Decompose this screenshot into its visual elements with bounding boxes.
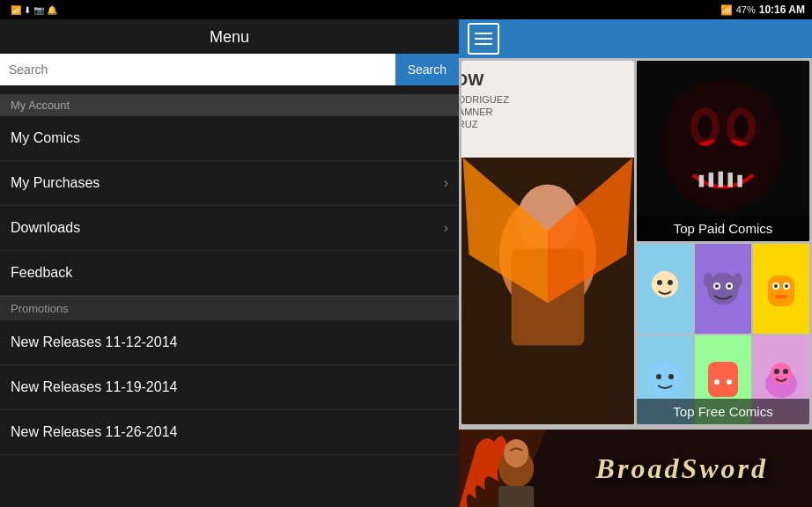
hamburger-line [475,43,492,45]
menu-item-new-releases-3[interactable]: New Releases 11-26-2014 [0,410,459,455]
svg-point-38 [656,374,661,379]
svg-point-30 [734,273,742,287]
idw-comics-tile[interactable]: IDW RODRIGUEZ HAMNER CRUZ [461,61,634,424]
svg-text:CRUZ: CRUZ [461,119,478,129]
svg-point-28 [727,284,731,288]
svg-point-29 [704,273,712,287]
svg-rect-36 [775,295,787,298]
banner-text: BroadSword [596,452,768,485]
svg-rect-62 [498,486,534,507]
svg-rect-7 [709,173,713,187]
new-releases-2-label: New Releases 11-19-2014 [11,379,177,395]
svg-rect-31 [768,276,794,306]
hamburger-line [475,38,492,40]
svg-rect-6 [699,175,704,187]
svg-point-45 [774,369,779,374]
search-bar: Search [0,54,459,85]
right-panel: Top Paid Comics IDW RODRIGUEZ HAMNER CRU… [459,19,812,507]
battery-percentage: 47% [736,4,756,15]
menu-item-downloads[interactable]: Downloads › [0,206,459,251]
feedback-label: Feedback [11,265,72,281]
my-purchases-label: My Purchases [11,175,100,191]
svg-point-23 [668,280,673,285]
top-bar [459,19,812,58]
top-paid-comics-tile[interactable]: Top Paid Comics [637,61,809,241]
svg-point-34 [774,284,778,288]
menu-item-my-purchases[interactable]: My Purchases › [0,161,459,206]
svg-point-27 [715,284,719,288]
menu-item-new-releases-2[interactable]: New Releases 11-19-2014 [0,365,459,410]
downloads-label: Downloads [11,220,80,236]
menu-title: Menu [0,19,459,54]
search-button[interactable]: Search [395,54,459,85]
svg-point-22 [657,280,662,285]
chevron-right-icon: › [444,175,448,191]
top-free-comics-tile[interactable]: Top Free Comics [637,244,809,424]
svg-rect-9 [727,173,732,187]
system-status-icons: 📶 47% 10:16 AM [720,4,805,16]
menu-item-my-comics[interactable]: My Comics [0,116,459,161]
menu-item-feedback[interactable]: Feedback [0,251,459,296]
my-comics-label: My Comics [11,130,80,146]
main-area: Menu Search My Account My Comics My Purc… [0,19,812,507]
menu-item-new-releases-1[interactable]: New Releases 11-12-2014 [0,320,459,365]
svg-point-61 [504,439,528,467]
my-account-header: My Account [0,94,459,116]
hamburger-menu-button[interactable] [468,23,499,55]
new-releases-1-label: New Releases 11-12-2014 [11,334,177,350]
svg-point-46 [783,369,788,374]
new-releases-3-label: New Releases 11-26-2014 [11,424,177,440]
top-free-comics-label: Top Free Comics [637,399,809,424]
svg-text:IDW: IDW [461,70,484,89]
bottom-banner[interactable]: BroadSword [459,430,812,507]
clock: 10:16 AM [759,4,805,16]
search-input[interactable] [0,54,395,85]
svg-text:HAMNER: HAMNER [461,107,493,117]
svg-text:RODRIGUEZ: RODRIGUEZ [461,94,509,105]
svg-rect-40 [708,362,738,397]
wifi-icon: 📶 [720,4,733,16]
svg-point-41 [714,379,720,385]
svg-point-39 [668,374,674,379]
top-paid-comics-label: Top Paid Comics [637,216,809,241]
svg-point-35 [785,284,788,288]
svg-rect-10 [737,175,742,187]
notification-icons: 📶 ⬇ 📷 🔔 [11,5,57,15]
svg-point-42 [727,379,732,385]
status-bar: 📶 ⬇ 📷 🔔 📶 47% 10:16 AM [0,0,812,19]
svg-rect-8 [719,172,723,187]
left-panel: Menu Search My Account My Comics My Purc… [0,19,459,507]
svg-point-37 [647,362,683,397]
hamburger-line [475,33,492,34]
promotions-header: Promotions [0,296,459,320]
chevron-right-icon: › [444,220,448,236]
